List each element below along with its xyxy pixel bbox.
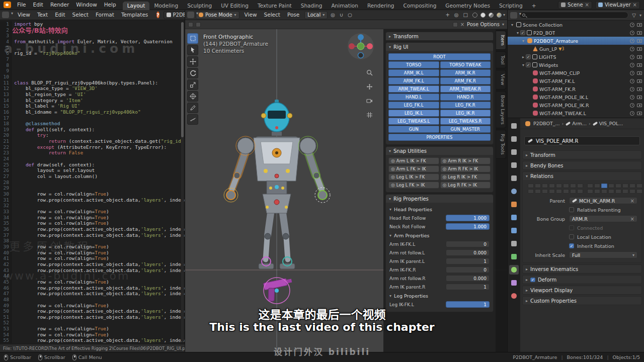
code-line[interactable]: 32 (0, 203, 185, 209)
snap-button-leg-l-ik-fk[interactable]: ◎Leg L IK > FK (388, 173, 439, 180)
properties-tab-tool[interactable] (509, 121, 519, 131)
panel-rig-ui-header[interactable]: ▾ Rig UI (386, 43, 493, 51)
code-line[interactable]: 51 row.prop(context.active_object.data,'… (0, 314, 185, 320)
expand-caret-icon[interactable]: ▸ (521, 55, 526, 59)
outliner-row-p2d-bot[interactable]: ▾✓P2D_BOT (508, 29, 644, 37)
text-menu-text[interactable]: Text (34, 10, 51, 20)
render-visibility-icon[interactable] (637, 63, 642, 67)
bone-layer-cell[interactable] (608, 184, 614, 188)
close-icon[interactable]: × (460, 22, 464, 27)
code-line[interactable]: 7 (0, 56, 185, 62)
code-line[interactable]: 55 row.prop(context.active_object.data,'… (0, 337, 185, 343)
workspace-tab-[interactable]: + (527, 2, 541, 10)
code-line[interactable]: 54 row = col.row(align=True) (0, 332, 185, 338)
render-visibility-icon[interactable] (637, 47, 642, 51)
tool-icon[interactable] (188, 22, 193, 27)
bone-layer-cell[interactable] (636, 189, 642, 194)
code-line[interactable]: 13 bl_region_type = 'UI' (0, 92, 185, 98)
code-line[interactable]: 38 (0, 238, 185, 244)
3d-viewport-canvas[interactable]: Front Orthographic (144) P2DBOT_Armature… (185, 29, 507, 352)
breadcrumb-item[interactable]: P2DBOT_... (524, 121, 560, 126)
code-line[interactable]: 12 bl_space_type = 'VIEW_3D' (0, 85, 185, 92)
code-line[interactable]: 29 (0, 185, 185, 191)
pivot-point-icon[interactable]: ◎ (329, 12, 337, 18)
bone-layer-cell[interactable] (528, 189, 534, 194)
rig-layer-button-leg-tweaks-l[interactable]: LEG_TWEAKS.L (388, 118, 439, 125)
code-line[interactable]: 15 bl_label = 'Rig UI' (0, 103, 185, 109)
rig-layer-button-leg-ik-r[interactable]: LEG_IK.R (440, 110, 491, 117)
rig-layer-button-arm-tweak-l[interactable]: ARM_TWEAK.L (388, 85, 439, 93)
code-line[interactable]: 43 row.prop(context.active_object.data,'… (0, 267, 185, 274)
bone-layer-cell[interactable] (563, 184, 569, 188)
viewport-menu-pose[interactable]: Pose (284, 10, 303, 20)
text-menu-edit[interactable]: Edit (51, 10, 68, 20)
rig-layer-button-arm-fk-l[interactable]: ARM_FK.L (388, 77, 439, 84)
bone-layer-cell[interactable] (587, 189, 593, 194)
cursor-tool-button[interactable] (187, 45, 198, 55)
text-editor-scrollbar[interactable] (181, 22, 184, 342)
snap-button-arm-r-ik-fk[interactable]: ◎Arm R IK > FK (440, 157, 491, 164)
code-line[interactable]: 10 (0, 74, 185, 80)
snap-magnet-icon[interactable]: ∪ (338, 12, 345, 18)
panel-inverse-kinematics[interactable]: ▸Inverse Kinematics (523, 265, 641, 273)
code-line[interactable]: 52 (0, 320, 185, 326)
hide-eye-icon[interactable] (630, 39, 634, 43)
hide-eye-icon[interactable] (630, 63, 634, 67)
zoom-icon[interactable] (365, 68, 373, 76)
bone-layer-cell[interactable] (528, 184, 534, 188)
mode-selector[interactable]: Pose Mode ▾ (196, 11, 239, 19)
bone-layer-cell[interactable] (577, 189, 583, 194)
scale-tool-button[interactable] (187, 79, 198, 90)
rig-layer-button-torso[interactable]: TORSO (388, 61, 439, 68)
code-line[interactable]: 47 row.prop(context.active_object.data,'… (0, 291, 185, 297)
outliner-row-wgt-arm-pole-ik-l[interactable]: WGT-ARM_POLE_IK.L (508, 93, 644, 101)
code-line[interactable]: 6rig_id = "rzj0vpp406ko" (0, 50, 185, 56)
rig-layer-button-leg-fk-l[interactable]: LEG_FK.L (388, 102, 439, 109)
transform-tool-button[interactable] (187, 91, 198, 102)
code-line[interactable]: 33 row = col.row(align=True) (0, 209, 185, 215)
bone-layer-cell[interactable] (535, 184, 541, 188)
viewport-menu-view[interactable]: View (241, 10, 261, 20)
select-box-tool-button[interactable] (187, 33, 198, 44)
snap-button-arm-l-ik-fk[interactable]: ◎Arm L IK > FK (388, 157, 439, 164)
bone-layer-cell[interactable] (622, 189, 628, 194)
code-line[interactable]: 53 row = col.row(align=True) (0, 326, 185, 332)
bone-layer-cell[interactable] (570, 184, 576, 188)
rig-layer-button-gun-master[interactable]: GUN_MASTER (440, 126, 491, 133)
snap-button-leg-l-fk-ik[interactable]: ◎Leg L FK > IK (388, 182, 439, 189)
rig-layer-button-properties[interactable]: PROPERTIES (388, 134, 491, 141)
properties-tab-object-data[interactable] (509, 252, 519, 261)
render-visibility-icon[interactable] (637, 55, 642, 59)
properties-tab-material[interactable] (509, 291, 519, 301)
npanel-tab-tool[interactable]: Tool (496, 51, 506, 68)
code-line[interactable]: 24 (0, 156, 185, 162)
npanel-tab-bone-layers[interactable]: Bone Layers (496, 91, 506, 129)
code-line[interactable]: 50 row.prop(context.active_object.data,'… (0, 308, 185, 314)
outliner-row-p2dbot-armature[interactable]: ▾P2DBOT_Armature (508, 37, 644, 45)
properties-tab-output[interactable] (509, 147, 519, 157)
code-line[interactable]: 21 return (context.active_object.data.ge… (0, 138, 185, 144)
navigation-gizmo[interactable] (347, 32, 375, 60)
code-line[interactable]: 8 (0, 62, 185, 68)
bone-layer-cell[interactable] (549, 189, 555, 194)
outliner-row-wgt-ammo-clip[interactable]: WGT-AMMO_CLIP (508, 69, 644, 77)
bone-layer-cell[interactable] (608, 189, 614, 194)
properties-tab-modifiers[interactable] (509, 213, 519, 222)
inherit-rotation-checkbox[interactable]: ✓ (569, 243, 574, 248)
code-line[interactable]: 16 bl_idname = "BLOP_PT_rigui_rzj0vpp406… (0, 109, 185, 115)
code-line[interactable]: 26 layout = self.layout (0, 167, 185, 173)
workspace-tab-uv-editing[interactable]: UV Editing (216, 2, 253, 10)
code-line[interactable]: 5 (0, 45, 185, 51)
code-line[interactable]: 14 bl_category = 'Item' (0, 98, 185, 104)
bone-name-field[interactable]: VIS_POLE_ARM.R (524, 136, 640, 145)
viewport-menu-select[interactable]: Select (261, 10, 284, 20)
properties-tab-render[interactable] (509, 134, 519, 144)
inherit-scale-dropdown[interactable]: Full ▾ (569, 251, 637, 258)
editor-type-outliner-icon[interactable] (510, 12, 517, 19)
code-line[interactable]: 20 try: (0, 132, 185, 138)
render-visibility-icon[interactable] (637, 87, 642, 91)
hide-eye-icon[interactable] (630, 47, 634, 51)
bone-layer-cell[interactable] (570, 189, 576, 194)
rig-layer-button-hand-l[interactable]: HAND.L (388, 94, 439, 101)
rig-layer-button-hand-r[interactable]: HAND.R (440, 94, 491, 101)
